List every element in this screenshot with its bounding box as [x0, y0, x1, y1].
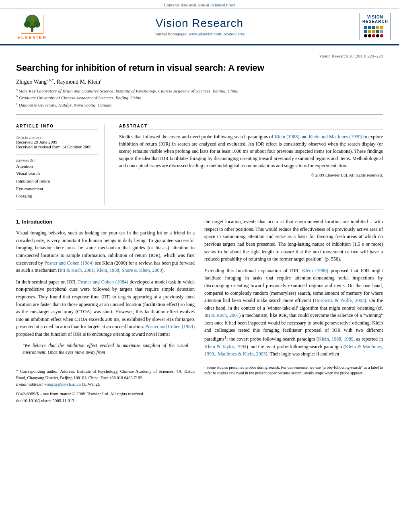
svg-rect-20 — [380, 30, 383, 33]
itti-koch-link1[interactable]: Itti & Koch, 2001; Klein, 1988; Shore & … — [60, 267, 162, 273]
footnote1-text: ¹ Some studies presented probes during s… — [204, 365, 383, 375]
svg-rect-11 — [364, 26, 367, 29]
affil-a-sup: a — [16, 88, 18, 91]
homepage-url[interactable]: www.elsevier.com/locate/visres — [189, 31, 245, 36]
main-content: Vision Research 50 (2010) 220–228 Search… — [0, 45, 399, 412]
author2: , Raymond M. Klein — [54, 78, 101, 84]
journal-homepage: journal homepage: www.elsevier.com/locat… — [56, 31, 343, 36]
email-link[interactable]: wangzg@psych.ac.cn — [44, 382, 81, 386]
footnote-right: ¹ Some studies presented probes during s… — [204, 362, 383, 376]
copyright-text: © 2009 Elsevier Ltd. All rights reserved… — [119, 173, 383, 177]
elsevier-logo-container: ELSEVIER — [8, 13, 56, 40]
body-columns: 1. Introduction Visual foraging behavior… — [16, 218, 383, 404]
blockquote-text: "We believe that the inhibition effect e… — [23, 342, 188, 356]
elsevier-tree-icon — [18, 13, 46, 35]
abstract-section: ABSTRACT Studies that followed the cover… — [113, 124, 383, 205]
homepage-prefix: journal homepage: — [154, 31, 189, 36]
body-para-2: In their seminal paper on IOR, Posner an… — [16, 278, 195, 338]
affil-b-sup: b — [16, 94, 18, 98]
svg-point-5 — [34, 21, 41, 28]
svg-point-4 — [24, 21, 31, 28]
article-info: ARTICLE INFO Article history: Received 2… — [16, 124, 105, 205]
svg-rect-19 — [376, 30, 379, 33]
sciencedirect-link[interactable]: ScienceDirect — [210, 2, 235, 7]
keyword-3: Inhibition of return — [16, 177, 98, 185]
body-para-right-1: the target location, events that occur a… — [204, 218, 383, 263]
top-bar: Contents lists available at ScienceDirec… — [0, 0, 399, 9]
abstract-text: Studies that followed the covert and ove… — [119, 133, 383, 169]
klein-macinnes-link[interactable]: Klein and MacInnes (1999) — [309, 134, 362, 140]
section1-heading: 1. Introduction — [16, 218, 195, 226]
svg-point-23 — [372, 34, 375, 37]
affil-b: Graduate University of Chinese Academy o… — [19, 95, 142, 100]
svg-point-25 — [380, 34, 383, 37]
journal-title-center: Vision Research journal homepage: www.el… — [56, 17, 343, 36]
authors-line: Zhiguo Wanga,b,*, Raymond M. Kleinc — [16, 78, 383, 85]
affil-c: Dalhousie University, Halifax, Nova Scot… — [19, 102, 111, 107]
footnote-star: * Corresponding author. Address: Institu… — [16, 368, 195, 387]
history-label: Article history: — [16, 135, 98, 140]
klein-1988-89-link[interactable]: Klein, 1988, 1989 — [318, 336, 354, 342]
author1: Zhiguo Wang — [16, 78, 47, 84]
svg-rect-16 — [364, 30, 367, 33]
svg-rect-15 — [380, 26, 383, 29]
contents-text: Contents lists available at — [164, 2, 209, 7]
horowitz-wolfe-link[interactable]: Horowitz & Wolfe, 2003 — [315, 298, 364, 303]
klein-taylor-link[interactable]: Klein & Taylor, 1994 — [204, 344, 247, 349]
affiliations: a State Key Laboratory of Brain and Cogn… — [16, 87, 383, 108]
email-suffix: (Z. Wang). — [82, 382, 100, 386]
body-para-right-2: Extending this functional explanation of… — [204, 267, 383, 358]
itti-koch-link2[interactable]: Itti & Koch, 2001 — [204, 312, 239, 318]
affil-a: State Key Laboratory of Brain and Cognit… — [19, 88, 239, 93]
keywords-list: Attention Visual search Inhibition of re… — [16, 162, 98, 200]
article-title: Searching for inhibition of return in vi… — [16, 62, 383, 74]
journal-header: ELSEVIER Vision Research journal homepag… — [0, 9, 399, 45]
body-col-left: 1. Introduction Visual foraging behavior… — [16, 218, 195, 404]
completely-text: completely — [230, 290, 251, 296]
received-date: Received 29 June 2009 — [16, 140, 98, 144]
posner-cohen-1984-link2[interactable]: Posner and Cohen (1984) — [145, 324, 195, 329]
svg-rect-13 — [372, 26, 375, 29]
issn-line: 0042-6989/$ – see front matter © 2009 El… — [16, 390, 195, 397]
journal-name: Vision Research — [56, 17, 343, 30]
vr-dot-grid — [363, 25, 387, 37]
footnote-star-text: * Corresponding author. Address: Institu… — [16, 369, 195, 380]
klein-1988-extend-link[interactable]: Klein (1988) — [302, 268, 328, 273]
affil-c-sup: c — [16, 102, 18, 105]
keywords-section: Keywords: Attention Visual search Inhibi… — [16, 158, 98, 200]
svg-point-21 — [364, 34, 367, 37]
svg-point-22 — [368, 34, 371, 37]
svg-rect-12 — [368, 26, 371, 29]
page-footer-left: * Corresponding author. Address: Institu… — [16, 364, 195, 404]
abstract-heading: ABSTRACT — [119, 124, 383, 130]
posner-cohen-seminal-link[interactable]: Posner and Cohen (1984) — [78, 279, 128, 285]
keyword-4: Eye-movement — [16, 185, 98, 193]
article-info-heading: ARTICLE INFO — [16, 124, 98, 130]
footnote1-sup: 1 — [224, 335, 226, 339]
vr-brand-box: VISIONRESEARCH — [360, 13, 391, 40]
body-col-right: the target location, events that occur a… — [204, 218, 383, 404]
issn-text: 0042-6989/$ – see front matter © 2009 El… — [16, 391, 144, 396]
keywords-label: Keywords: — [16, 158, 98, 162]
doi-line: doi:10.1016/j.visres.2009.11.013 — [16, 397, 195, 404]
doi-text: doi:10.1016/j.visres.2009.11.013 — [16, 398, 74, 403]
elsevier-logo: ELSEVIER — [8, 13, 56, 40]
svg-point-6 — [31, 16, 33, 18]
the-text: the — [229, 336, 235, 342]
email-label: E-mail address: — [16, 382, 43, 386]
keyword-5: Foraging — [16, 192, 98, 200]
svg-point-24 — [376, 34, 379, 37]
article-history-section: Article history: Received 29 June 2009 R… — [16, 135, 98, 149]
article-meta: ARTICLE INFO Article history: Received 2… — [16, 119, 383, 210]
posner-cohen-1984-link1[interactable]: Posner and Cohen (1984) — [44, 260, 94, 266]
klein-1988-link[interactable]: Klein (1988) — [274, 134, 299, 140]
elsevier-label-text: ELSEVIER — [17, 35, 47, 40]
vr-brand-title: VISIONRESEARCH — [362, 15, 388, 24]
svg-rect-18 — [372, 30, 375, 33]
article-info-section-title: ARTICLE INFO — [16, 124, 98, 130]
journal-logo-right: VISIONRESEARCH — [343, 13, 391, 40]
keyword-2: Visual search — [16, 170, 98, 177]
journal-ref: Vision Research 50 (2010) 220–228 — [16, 53, 383, 58]
body-para-1: Visual foraging behavior, such as lookin… — [16, 229, 195, 274]
revised-date: Received in revised form 14 October 2009 — [16, 144, 98, 149]
